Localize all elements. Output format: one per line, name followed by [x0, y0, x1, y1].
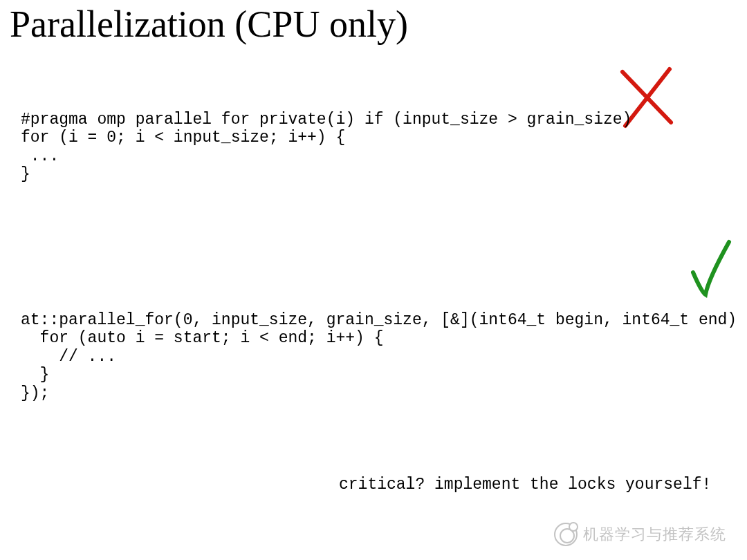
- wechat-icon: [554, 523, 578, 546]
- code-example-good: at::parallel_for(0, input_size, grain_si…: [21, 311, 747, 402]
- code-example-bad: #pragma omp parallel for private(i) if (…: [21, 111, 631, 184]
- watermark-text: 机器学习与推荐系统: [583, 524, 726, 545]
- check-icon: [689, 238, 737, 300]
- slide-title: Parallelization (CPU only): [10, 3, 408, 46]
- footer-note: critical? implement the locks yourself!: [339, 476, 711, 494]
- slide: Parallelization (CPU only) #pragma omp p…: [0, 0, 747, 560]
- watermark: 机器学习与推荐系统: [554, 523, 726, 546]
